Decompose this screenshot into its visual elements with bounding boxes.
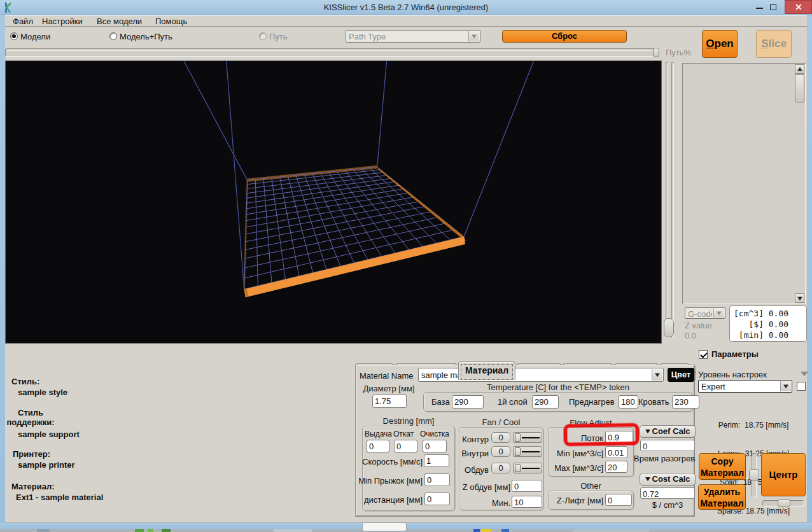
minimize-button[interactable] bbox=[756, 8, 763, 9]
flow-max-input[interactable]: 20 bbox=[605, 461, 627, 473]
fan-z-label: Z обдув [мм] bbox=[459, 482, 510, 492]
fan-perim-slider[interactable] bbox=[513, 432, 542, 443]
coef-value-input[interactable]: 0 bbox=[640, 440, 695, 451]
settings-level-select[interactable]: Expert bbox=[698, 380, 792, 393]
z-value: 0.0 bbox=[685, 331, 696, 340]
cost-value-input[interactable]: 0.72 bbox=[640, 487, 695, 499]
scroll-up-icon[interactable] bbox=[795, 64, 804, 74]
delete-material-button[interactable]: Удалить Материал bbox=[698, 484, 746, 510]
printer-label: Принтер: bbox=[13, 449, 50, 459]
radio-model-path[interactable] bbox=[109, 32, 117, 40]
viewport-3d[interactable] bbox=[5, 60, 662, 344]
style-value: sample style bbox=[18, 388, 67, 397]
material-vslider-thumb[interactable] bbox=[749, 469, 759, 480]
menu-all-models[interactable]: Все модели bbox=[93, 17, 146, 27]
window-border-right bbox=[807, 15, 812, 523]
copy-material-button[interactable]: Copy Материал bbox=[699, 453, 746, 480]
slice-button: Slice bbox=[756, 30, 792, 58]
support-label: Стиль поддержки: bbox=[5, 408, 56, 427]
path-progress-thumb[interactable] bbox=[653, 48, 659, 57]
center-button[interactable]: Центр bbox=[761, 453, 806, 496]
fancool-group: Контур 0 Внутри 0 Обдув 0 Z обдув [мм] 0… bbox=[459, 427, 543, 510]
tab-material[interactable]: Материал bbox=[458, 361, 515, 380]
models-listbox[interactable] bbox=[682, 63, 806, 304]
menu-file[interactable]: Файл bbox=[9, 17, 37, 27]
coef-calc-label: Coef Calc bbox=[652, 426, 690, 436]
other-group: Z-Лифт [мм] 0 bbox=[548, 491, 634, 510]
speed-perim: Perim: 18.75 [mm/s] bbox=[700, 421, 807, 430]
zlift-input[interactable]: 0 bbox=[605, 494, 632, 506]
temp-preheat-input[interactable]: 180 bbox=[619, 395, 638, 409]
menu-help[interactable]: Помощь bbox=[151, 17, 191, 27]
radio-model-path-label: Модель+Путь bbox=[120, 32, 172, 41]
destring-col-prime: Выдача bbox=[365, 430, 392, 438]
gcode-label: G-code bbox=[688, 309, 712, 319]
destring-suck-input[interactable]: 0 bbox=[394, 440, 417, 452]
color-button[interactable]: Цвет bbox=[668, 368, 694, 382]
close-button[interactable] bbox=[785, 0, 812, 14]
chevron-down-icon[interactable] bbox=[780, 381, 791, 391]
fan-inside-value[interactable]: 0 bbox=[491, 446, 510, 457]
fan-cool-slider[interactable] bbox=[513, 463, 542, 473]
menu-settings[interactable]: Настройки bbox=[38, 17, 87, 27]
destring-distance-input[interactable]: 0 bbox=[424, 493, 450, 505]
menu-bar: Файл Настройки Все модели Помощь bbox=[5, 15, 807, 27]
fan-min-input[interactable]: 10 bbox=[512, 496, 542, 508]
material-label: Материал: bbox=[11, 482, 55, 491]
fan-z-input[interactable]: 0 bbox=[512, 480, 542, 492]
center-hslider-thumb[interactable] bbox=[778, 499, 790, 507]
destring-wipe-input[interactable]: 0 bbox=[423, 440, 447, 452]
diameter-label: Диаметр [мм] bbox=[358, 384, 419, 393]
destring-prime-input[interactable]: 0 bbox=[367, 440, 389, 452]
collapse-arrow-icon[interactable] bbox=[801, 372, 808, 376]
z-range-track-2[interactable] bbox=[671, 62, 674, 337]
diameter-input[interactable]: 1.75 bbox=[372, 395, 407, 408]
fan-cool-label: Обдув bbox=[459, 465, 489, 475]
open-button[interactable]: Open bbox=[702, 30, 738, 58]
temp-base-input[interactable]: 290 bbox=[452, 395, 484, 409]
fan-perim-label: Контур bbox=[459, 435, 489, 444]
build-platform-scene bbox=[6, 61, 661, 343]
path-progress-track[interactable] bbox=[5, 48, 655, 57]
destring-speed-input[interactable]: 1 bbox=[424, 454, 449, 467]
coef-calc-button[interactable]: Coef Calc bbox=[640, 425, 696, 438]
fan-inside-slider[interactable] bbox=[513, 446, 542, 457]
cost-calc-button[interactable]: Cost Calc bbox=[640, 473, 696, 486]
temp-layer1-input[interactable]: 290 bbox=[532, 395, 559, 409]
flow-min-input[interactable]: 0.01 bbox=[605, 446, 627, 458]
params-checkbox[interactable] bbox=[699, 350, 708, 359]
temp-layer1-label: 1й слой bbox=[498, 397, 528, 407]
material-value: Ext1 - sample material bbox=[16, 493, 103, 502]
radio-models[interactable] bbox=[10, 32, 18, 40]
stat-cost: [$] 0.00 bbox=[734, 319, 802, 330]
z-range-track-1[interactable] bbox=[666, 62, 668, 337]
fancool-title: Fan / Cool bbox=[459, 417, 543, 427]
fan-cool-value[interactable]: 0 bbox=[491, 463, 510, 473]
title-bar: KISSlicer v1.5 Beta 2.7 Win64 (unregiste… bbox=[0, 0, 812, 15]
estimate-stats-box: [cm^3] 0.00 [$] 0.00 [min] 0.00 bbox=[729, 305, 807, 342]
temp-base-label: База bbox=[431, 397, 450, 407]
material-name-select[interactable]: sample material - in Ext 1 bbox=[418, 368, 664, 382]
destring-jump-input[interactable]: 0 bbox=[424, 473, 450, 486]
printer-value: sample printer bbox=[18, 460, 75, 470]
chevron-down-icon[interactable] bbox=[652, 369, 662, 381]
window-title: KISSlicer v1.5 Beta 2.7 Win64 (unregiste… bbox=[0, 3, 812, 12]
destring-distance-label: дистанция [мм] bbox=[356, 495, 423, 505]
scroll-down-icon[interactable] bbox=[795, 293, 804, 303]
settings-level-lock-checkbox[interactable] bbox=[797, 382, 806, 391]
slice-label: lice bbox=[768, 38, 786, 50]
maximize-button[interactable] bbox=[770, 4, 776, 10]
cost-calc-label: Cost Calc bbox=[652, 474, 690, 484]
z-range-thumb[interactable] bbox=[664, 318, 674, 337]
material-name-value: sample material - in Ext 1 bbox=[421, 370, 650, 380]
reset-button[interactable]: Сброс bbox=[502, 30, 627, 43]
window-content: Файл Настройки Все модели Помощь Модели … bbox=[5, 15, 807, 522]
other-title: Other bbox=[548, 481, 634, 491]
window-border-left bbox=[0, 15, 5, 523]
destring-group: Выдача Откат Очистка 0 0 0 Скорость [мм/… bbox=[362, 426, 455, 511]
gcode-select: G-code bbox=[685, 307, 725, 319]
fan-perim-value[interactable]: 0 bbox=[491, 432, 510, 443]
flow-max-label: Max [мм^3/с] bbox=[549, 463, 603, 473]
listbox-scroll-thumb[interactable] bbox=[795, 74, 804, 102]
temp-bed-input[interactable]: 230 bbox=[672, 395, 699, 409]
